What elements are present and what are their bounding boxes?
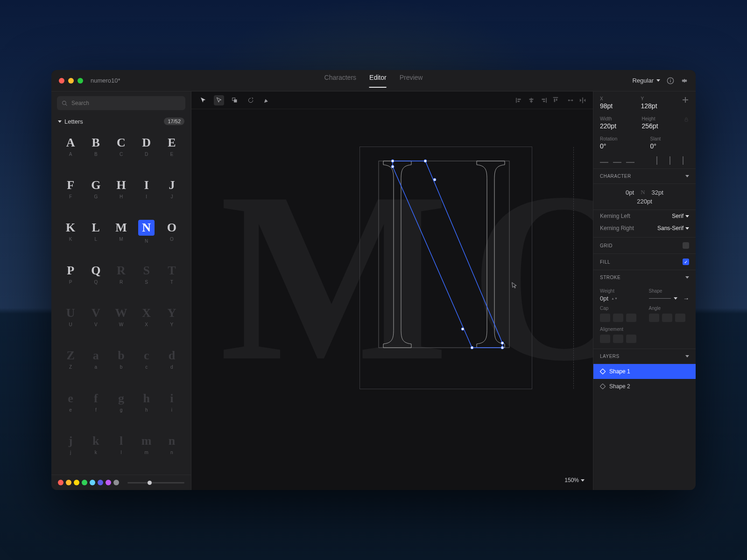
glyph-cell[interactable]: ee <box>58 387 83 417</box>
glyph-cell[interactable]: BB <box>83 132 108 161</box>
glyph-cell[interactable]: nn <box>159 430 184 460</box>
color-swatch[interactable] <box>90 480 95 485</box>
cap-option[interactable] <box>626 314 636 322</box>
window-maximize-button[interactable] <box>78 78 83 84</box>
glyph-cell[interactable]: dd <box>159 345 184 375</box>
align-opt-icon[interactable] <box>600 158 608 163</box>
glyph-cell[interactable]: FF <box>58 174 83 204</box>
alignment-option[interactable] <box>626 335 636 343</box>
glyph-cell[interactable]: NN <box>134 217 159 247</box>
glyph-cell[interactable]: SS <box>134 259 159 289</box>
glyph-cell[interactable]: AA <box>58 132 83 161</box>
glyph-cell[interactable]: ff <box>83 387 108 417</box>
align-opt-icon[interactable] <box>669 156 674 165</box>
tab-characters[interactable]: Characters <box>324 74 356 88</box>
glyph-cell[interactable]: ZZ <box>58 345 83 375</box>
color-swatch[interactable] <box>98 480 103 485</box>
align-opt-icon[interactable] <box>656 156 661 165</box>
zoom-dropdown[interactable]: 150% <box>564 477 585 483</box>
glyph-cell[interactable]: KK <box>58 217 83 247</box>
glyph-cell[interactable]: LL <box>83 217 108 247</box>
glyph-cell[interactable]: GG <box>83 174 108 204</box>
glyph-cell[interactable]: XX <box>134 302 159 332</box>
alignment-option[interactable] <box>613 335 623 343</box>
angle-option[interactable] <box>649 314 659 322</box>
layer-item[interactable]: Shape 2 <box>593 379 696 394</box>
glyph-cell[interactable]: ii <box>159 387 184 417</box>
move-tool[interactable] <box>198 95 208 105</box>
canvas[interactable]: M O <box>191 109 593 490</box>
x-field[interactable]: X 98pt <box>600 96 630 110</box>
color-swatch[interactable] <box>82 480 87 485</box>
glyph-cell[interactable]: QQ <box>83 259 108 289</box>
color-swatch[interactable] <box>58 480 63 485</box>
width-field[interactable]: Width 220pt <box>600 116 631 130</box>
grid-section-header[interactable]: GRID <box>593 238 696 254</box>
position-target-icon[interactable] <box>682 96 689 104</box>
alignment-option[interactable] <box>600 335 610 343</box>
slant-field[interactable]: Slant 0° <box>650 136 690 150</box>
glyph-cell[interactable]: JJ <box>159 174 184 204</box>
char-width-value[interactable]: 220pt <box>600 198 689 205</box>
search-field[interactable] <box>71 100 181 106</box>
glyph-cell[interactable]: WW <box>108 302 134 332</box>
glyph-cell[interactable]: II <box>134 174 159 204</box>
stroke-shape-field[interactable]: Shape → <box>649 288 690 302</box>
color-swatch[interactable] <box>106 480 111 485</box>
cap-option[interactable] <box>600 314 610 322</box>
stroke-section-header[interactable]: STROKE <box>593 270 696 285</box>
glyph-cell[interactable]: cc <box>134 345 159 375</box>
style-dropdown[interactable]: Regular <box>632 77 660 84</box>
glyph-cell[interactable]: ll <box>108 430 134 460</box>
align-opt-icon[interactable] <box>626 158 634 163</box>
angle-option[interactable] <box>662 314 672 322</box>
layer-item[interactable]: Shape 1 <box>593 364 696 379</box>
color-swatch[interactable] <box>66 480 71 485</box>
grid-toggle[interactable] <box>683 242 689 249</box>
glyph-cell[interactable]: DD <box>134 132 159 161</box>
y-field[interactable]: Y 128pt <box>641 96 671 110</box>
glyph-cell[interactable]: aa <box>83 345 108 375</box>
kerning-right-dropdown[interactable]: Sans-Serif <box>657 225 689 231</box>
tab-preview[interactable]: Preview <box>400 74 423 88</box>
glyph-cell[interactable]: jj <box>58 430 83 460</box>
glyph-cell[interactable]: kk <box>83 430 108 460</box>
glyph-cell[interactable]: PP <box>58 259 83 289</box>
glyph-cell[interactable]: YY <box>159 302 184 332</box>
glyph-cell[interactable]: MM <box>108 217 134 247</box>
char-left-value[interactable]: 0pt <box>626 189 634 196</box>
char-right-value[interactable]: 32pt <box>652 189 663 196</box>
tab-editor[interactable]: Editor <box>369 74 387 88</box>
height-field[interactable]: Height 256pt <box>642 116 673 130</box>
mirror-icon[interactable] <box>579 97 586 104</box>
pen-tool[interactable] <box>261 95 272 105</box>
category-header[interactable]: Letters 17/52 <box>51 115 191 128</box>
lock-icon[interactable] <box>684 116 689 123</box>
fill-toggle[interactable] <box>683 259 689 265</box>
glyph-cell[interactable]: mm <box>134 430 159 460</box>
kerning-left-dropdown[interactable]: Serif <box>672 213 689 219</box>
fill-section-header[interactable]: FILL <box>593 254 696 270</box>
align-left-icon[interactable] <box>515 97 523 104</box>
angle-option[interactable] <box>675 314 685 322</box>
align-top-icon[interactable] <box>552 97 559 104</box>
cap-option[interactable] <box>613 314 623 322</box>
color-swatch[interactable] <box>113 480 119 485</box>
color-swatch[interactable] <box>74 480 79 485</box>
glyph-outline[interactable] <box>379 161 509 362</box>
shape-tool[interactable] <box>230 95 240 105</box>
glyph-cell[interactable]: CC <box>108 132 134 161</box>
glyph-cell[interactable]: HH <box>108 174 134 204</box>
rotation-field[interactable]: Rotation 0° <box>600 136 639 150</box>
distribute-icon[interactable] <box>567 97 574 104</box>
thumbnail-size-slider[interactable] <box>127 482 184 483</box>
align-center-h-icon[interactable] <box>528 97 535 104</box>
align-opt-icon[interactable] <box>613 158 621 163</box>
layers-section-header[interactable]: LAYERS <box>593 349 696 364</box>
align-opt-icon[interactable] <box>683 156 687 165</box>
info-icon[interactable] <box>667 77 674 84</box>
glyph-cell[interactable]: VV <box>83 302 108 332</box>
gear-icon[interactable] <box>681 77 688 84</box>
align-right-icon[interactable] <box>540 97 547 104</box>
direct-select-tool[interactable] <box>214 95 224 105</box>
